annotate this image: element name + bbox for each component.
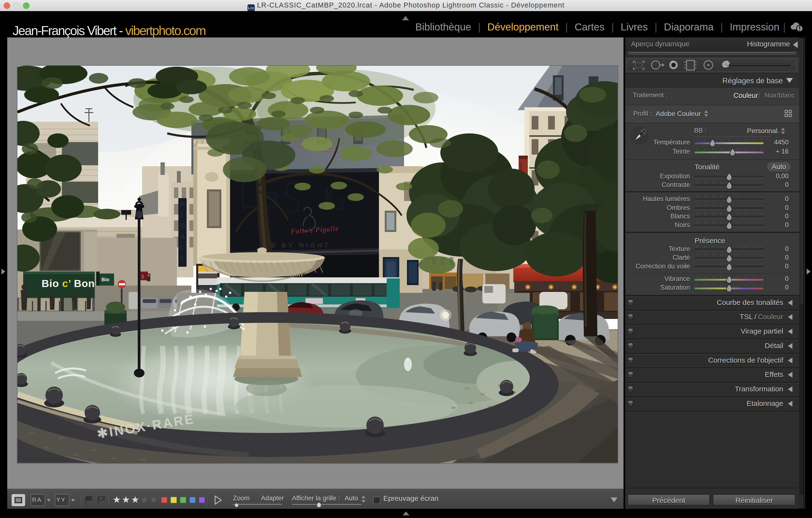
svg-text:L: L <box>180 243 184 251</box>
svg-text:L: L <box>180 254 184 262</box>
svg-text:IS BY NIGHT: IS BY NIGHT <box>267 242 330 249</box>
svg-text:P: P <box>180 201 185 208</box>
svg-text:A: A <box>180 233 185 240</box>
svg-text:G: G <box>180 222 185 230</box>
svg-text:I: I <box>180 211 182 219</box>
svg-text:Bio c’ Bon: Bio c’ Bon <box>41 278 95 289</box>
svg-text:3: 3 <box>141 274 144 279</box>
svg-text:Bio: Bio <box>102 277 109 282</box>
